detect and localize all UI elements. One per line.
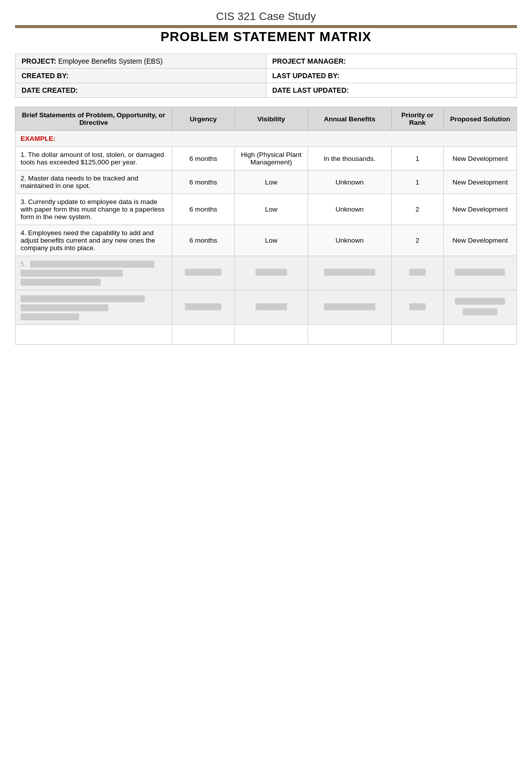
urgency-cell-6 <box>172 290 234 324</box>
urgency-cell-2: 6 months <box>172 170 234 194</box>
page-title: CIS 321 Case Study <box>15 10 517 23</box>
project-cell-right-1: PROJECT MANAGER: <box>267 54 517 68</box>
benefits-cell-2: Unknown <box>308 170 391 194</box>
project-info-row-1: PROJECT: Employee Benefits System (EBS) … <box>16 54 516 69</box>
visibility-cell-5 <box>234 256 308 290</box>
problem-cell-6 <box>16 290 172 324</box>
problem-cell-2: 2. Master data needs to be tracked and m… <box>16 170 172 194</box>
problem-cell-4: 4. Employees need the capability to add … <box>16 225 172 256</box>
visibility-cell-4: Low <box>234 225 308 256</box>
problem-cell-1: 1. The dollar amount of lost, stolen, or… <box>16 147 172 170</box>
priority-cell-1: 1 <box>391 147 443 170</box>
main-title: PROBLEM STATEMENT MATRIX <box>15 29 517 45</box>
project-cell-left-3: DATE CREATED: <box>16 83 267 97</box>
project-info: PROJECT: Employee Benefits System (EBS) … <box>15 54 517 98</box>
col-header-benefits: Annual Benefits <box>308 107 391 131</box>
solution-cell-3: New Development <box>443 194 516 225</box>
visibility-cell-2: Low <box>234 170 308 194</box>
priority-cell-4: 2 <box>391 225 443 256</box>
solution-cell-2: New Development <box>443 170 516 194</box>
table-row: 1. The dollar amount of lost, stolen, or… <box>16 147 517 170</box>
benefits-cell-5 <box>308 256 391 290</box>
visibility-cell-6 <box>234 290 308 324</box>
table-row <box>16 324 517 344</box>
solution-cell-6 <box>443 290 516 324</box>
urgency-cell-4: 6 months <box>172 225 234 256</box>
problem-cell-3: 3. Currently update to employee data is … <box>16 194 172 225</box>
problem-cell-5: 5. <box>16 256 172 290</box>
urgency-cell-1: 6 months <box>172 147 234 170</box>
solution-cell-4: New Development <box>443 225 516 256</box>
project-cell-left-2: CREATED BY: <box>16 69 267 83</box>
visibility-cell-1: High (Physical Plant Management) <box>234 147 308 170</box>
col-header-problem: Brief Statements of Problem, Opportunity… <box>16 107 172 131</box>
table-row <box>16 290 517 324</box>
col-header-solution: Proposed Solution <box>443 107 516 131</box>
priority-cell-2: 1 <box>391 170 443 194</box>
benefits-cell-1: In the thousands. <box>308 147 391 170</box>
problem-matrix-table: Brief Statements of Problem, Opportunity… <box>15 107 517 345</box>
solution-cell-7 <box>443 324 516 344</box>
project-cell-right-2: LAST UPDATED BY: <box>267 69 517 83</box>
project-cell-right-3: DATE LAST UPDATED: <box>267 83 517 97</box>
benefits-cell-6 <box>308 290 391 324</box>
priority-cell-5 <box>391 256 443 290</box>
visibility-cell-7 <box>234 324 308 344</box>
urgency-cell-3: 6 months <box>172 194 234 225</box>
benefits-cell-3: Unknown <box>308 194 391 225</box>
example-label: EXAMPLE: <box>16 131 517 147</box>
priority-cell-7 <box>391 324 443 344</box>
priority-cell-3: 2 <box>391 194 443 225</box>
col-header-urgency: Urgency <box>172 107 234 131</box>
priority-cell-6 <box>391 290 443 324</box>
table-row: 3. Currently update to employee data is … <box>16 194 517 225</box>
urgency-cell-5 <box>172 256 234 290</box>
benefits-cell-7 <box>308 324 391 344</box>
example-row: EXAMPLE: <box>16 131 517 147</box>
table-row: 5. <box>16 256 517 290</box>
solution-cell-1: New Development <box>443 147 516 170</box>
problem-cell-7 <box>16 324 172 344</box>
urgency-cell-7 <box>172 324 234 344</box>
benefits-cell-4: Unknown <box>308 225 391 256</box>
header-bar <box>15 25 517 28</box>
table-row: 2. Master data needs to be tracked and m… <box>16 170 517 194</box>
project-info-row-2: CREATED BY: LAST UPDATED BY: <box>16 69 516 83</box>
solution-cell-5 <box>443 256 516 290</box>
project-cell-left-1: PROJECT: Employee Benefits System (EBS) <box>16 54 267 68</box>
project-info-row-3: DATE CREATED: DATE LAST UPDATED: <box>16 83 516 97</box>
table-row: 4. Employees need the capability to add … <box>16 225 517 256</box>
visibility-cell-3: Low <box>234 194 308 225</box>
col-header-visibility: Visibility <box>234 107 308 131</box>
col-header-priority: Priority or Rank <box>391 107 443 131</box>
